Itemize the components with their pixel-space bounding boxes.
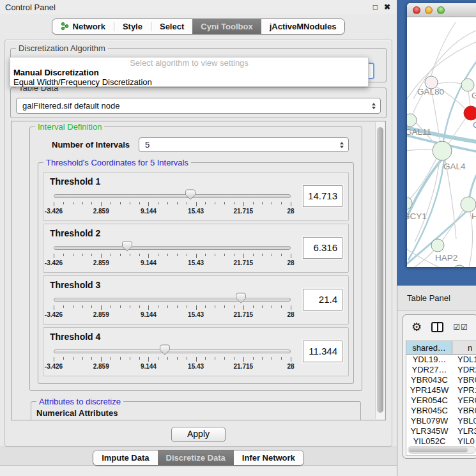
- tick-label: -3.426: [45, 259, 63, 266]
- network-node[interactable]: [461, 79, 474, 91]
- table-row[interactable]: YBR043CYBR0: [406, 375, 476, 385]
- network-edge[interactable]: [470, 162, 476, 197]
- network-edge[interactable]: [407, 38, 476, 112]
- network-node[interactable]: [407, 114, 417, 127]
- column-header-shared-name[interactable]: shared…: [406, 341, 452, 354]
- table-cell[interactable]: YBR0: [452, 406, 476, 416]
- tab-style[interactable]: Style: [114, 19, 151, 34]
- table-row[interactable]: YPR145WYPR1: [406, 385, 476, 395]
- table-row[interactable]: YDL19…YDL1: [406, 355, 476, 365]
- table-cell[interactable]: YBR045C: [406, 406, 452, 416]
- dropdown-option-equal-width[interactable]: Equal Width/Frequency Discretization: [10, 77, 368, 87]
- select-columns-icon[interactable]: ☑☑: [453, 323, 468, 332]
- network-edge[interactable]: [415, 250, 434, 267]
- network-edge[interactable]: [415, 160, 440, 242]
- number-of-intervals-combobox[interactable]: 5: [139, 137, 349, 152]
- table-cell[interactable]: YDL19…: [406, 355, 452, 365]
- network-edge[interactable]: [442, 210, 463, 241]
- table-cell[interactable]: YLR345W: [406, 426, 452, 436]
- dropdown-option-manual[interactable]: Manual Discretization: [10, 68, 368, 77]
- tab-select[interactable]: Select: [151, 19, 192, 34]
- gear-icon[interactable]: ⚙: [411, 321, 422, 333]
- table-cell[interactable]: YDR2: [452, 365, 476, 375]
- table-cell[interactable]: YER054C: [406, 395, 452, 406]
- network-edge[interactable]: [468, 91, 470, 107]
- threshold-value-field[interactable]: 11.344: [303, 341, 342, 362]
- tab-infer-network[interactable]: Infer Network: [234, 450, 303, 465]
- table-cell[interactable]: YDR27…: [406, 365, 452, 375]
- threshold-value-field[interactable]: 6.316: [303, 237, 342, 259]
- table-cell[interactable]: YBR043C: [406, 375, 452, 385]
- tick-mark: [243, 357, 244, 362]
- tab-discretize-data[interactable]: Discretize Data: [158, 450, 234, 465]
- slider-track[interactable]: [54, 194, 291, 198]
- table-row[interactable]: YBR045CYBR0: [406, 406, 476, 416]
- table-horizontal-scrollbar-thumb[interactable]: [409, 447, 468, 452]
- tick-mark: [243, 305, 244, 310]
- tick-label: 9.144: [141, 259, 157, 266]
- threshold-slider[interactable]: -3.4262.8599.14415.4321.71528: [54, 290, 291, 319]
- bottom-tab-strip: Impute Data Discretize Data Infer Networ…: [0, 447, 397, 476]
- close-traffic-light-icon[interactable]: [413, 6, 420, 14]
- network-edge[interactable]: [445, 160, 456, 239]
- close-icon[interactable]: ✖: [384, 0, 390, 14]
- slider-thumb[interactable]: [122, 241, 132, 252]
- network-node[interactable]: [431, 239, 444, 252]
- tick-mark: [291, 357, 291, 362]
- network-node[interactable]: [453, 265, 466, 267]
- table-cell[interactable]: YBL0: [452, 416, 476, 426]
- network-edge[interactable]: [437, 82, 461, 84]
- table-row[interactable]: YBL079WYBL0: [406, 416, 476, 426]
- table-cell[interactable]: YDL1: [452, 355, 476, 365]
- network-node[interactable]: [433, 141, 452, 160]
- network-node[interactable]: [461, 197, 476, 212]
- table-cell[interactable]: YPR145W: [406, 385, 452, 395]
- threshold-value-field[interactable]: 21.4: [303, 289, 342, 311]
- apply-button[interactable]: Apply: [171, 427, 226, 442]
- table-data-combobox[interactable]: galFiltered.sif default node: [16, 98, 381, 114]
- tab-network[interactable]: Network: [52, 19, 114, 34]
- table-cell[interactable]: YPR1: [452, 385, 476, 395]
- minimize-traffic-light-icon[interactable]: [425, 6, 433, 14]
- threshold-slider[interactable]: -3.4262.8599.14415.4321.71528: [54, 238, 291, 268]
- tab-impute-data[interactable]: Impute Data: [93, 450, 157, 465]
- slider-track[interactable]: [54, 298, 291, 302]
- columns-icon[interactable]: [431, 322, 443, 332]
- table-cell[interactable]: YBL079W: [406, 416, 452, 426]
- threshold-slider[interactable]: -3.4262.8599.14415.4321.71528: [54, 342, 291, 371]
- threshold-value-field[interactable]: 14.713: [303, 185, 342, 207]
- zoom-traffic-light-icon[interactable]: [437, 6, 445, 14]
- slider-track[interactable]: [54, 246, 291, 250]
- network-edge[interactable]: [407, 150, 433, 151]
- network-edge[interactable]: [410, 158, 436, 199]
- network-canvas[interactable]: GAL80GACGAL11GAL4GCY1HHAP2: [407, 17, 476, 267]
- slider-track[interactable]: [54, 349, 291, 353]
- network-window-titlebar[interactable]: [407, 3, 476, 17]
- table-cell[interactable]: YER0: [452, 395, 476, 406]
- tick-mark: [243, 254, 244, 258]
- table-cell[interactable]: YBR0: [452, 375, 476, 385]
- settings-scrollbar-thumb[interactable]: [377, 127, 383, 413]
- table-cell[interactable]: YIL052C: [406, 436, 452, 447]
- tick-mark: [215, 202, 215, 204]
- slider-thumb[interactable]: [236, 293, 246, 303]
- table-cell[interactable]: YIL0: [452, 436, 476, 447]
- settings-scrollbar[interactable]: [375, 122, 385, 419]
- table-row[interactable]: YER054CYER0: [406, 395, 476, 406]
- tick-mark: [272, 202, 272, 204]
- float-window-icon[interactable]: □: [373, 0, 378, 14]
- right-column: GAL80GACGAL11GAL4GCY1HHAP2 Table Panel ⚙…: [397, 0, 476, 476]
- threshold-slider[interactable]: -3.4262.8599.14415.4321.71528: [54, 187, 291, 216]
- table-row[interactable]: YLR345WYLR3: [406, 426, 476, 436]
- tab-cyni-toolbox[interactable]: Cyni Toolbox: [192, 19, 261, 34]
- table-row[interactable]: YIL052CYIL0: [406, 436, 476, 447]
- cyni-bottom-tabs: Impute Data Discretize Data Infer Networ…: [93, 450, 304, 466]
- column-header-name[interactable]: n: [452, 341, 476, 354]
- table-horizontal-scrollbar[interactable]: [408, 446, 476, 454]
- slider-thumb[interactable]: [160, 344, 170, 355]
- table-row[interactable]: YDR27…YDR2: [406, 365, 476, 375]
- table-cell[interactable]: YLR3: [452, 426, 476, 436]
- tab-jactivemnodules[interactable]: jActiveMNodules: [261, 19, 345, 34]
- slider-thumb[interactable]: [185, 189, 196, 200]
- network-node[interactable]: [464, 106, 476, 120]
